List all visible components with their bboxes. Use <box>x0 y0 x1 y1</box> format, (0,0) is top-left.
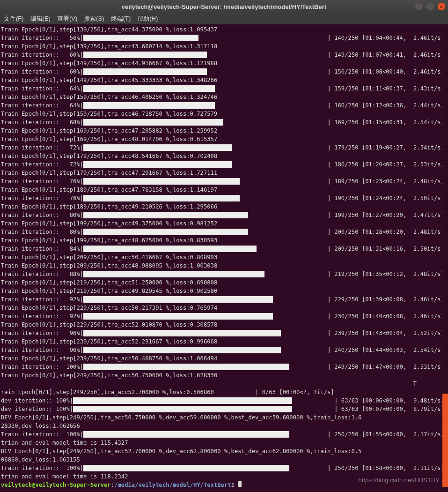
terminal-line: Train Epoch[0/1],step[209/250],tra_acc50… <box>1 253 448 261</box>
train-iteration-prefix: Train iteration:: 68%| <box>1 118 83 127</box>
train-iteration-prefix: Train iteration:: 100%| <box>1 363 83 371</box>
train-iteration-prefix: Train iteration:: 76%| <box>1 194 83 202</box>
terminal-line: trian and eval model time is 115.4327 <box>1 439 448 447</box>
terminal-line: Train Epoch[0/1],step[199/250],tra_acc48… <box>1 236 448 245</box>
log-text: Train Epoch[0/1],step[249/250],tra_acc50… <box>1 371 217 380</box>
progress-stats: | 149/250 [01:07<00:41, 2.46it/s] <box>328 51 448 59</box>
progress-stats: | 229/250 [01:39<00:08, 2.46it/s] <box>328 295 448 304</box>
terminal-line: Train iteration:: 100%|| 250/250 [01:58<… <box>1 464 448 472</box>
menu-edit[interactable]: 编辑(E) <box>30 15 51 23</box>
terminal-line: Train iteration:: 60%|| 149/250 [01:07<0… <box>1 51 448 59</box>
terminal-line: Train Epoch[0/1],step[219/250],tra_acc49… <box>1 287 448 295</box>
terminal-area[interactable]: Train Epoch[0/1],step[139/250],tra_acc44… <box>0 24 448 492</box>
log-text: Train Epoch[0/1],step[159/250],tra_acc46… <box>1 93 217 101</box>
progress-bar <box>83 35 198 41</box>
train-iteration-prefix: Train iteration:: 80%| <box>1 228 83 236</box>
train-iteration-prefix: Train iteration:: 60%| <box>1 51 83 59</box>
log-text: Train Epoch[0/1],step[149/250],tra_acc44… <box>1 59 217 67</box>
train-iteration-prefix: Train iteration:: 60%| <box>1 67 83 76</box>
terminal-line: 06860,dev_loss:1.063155 <box>1 455 448 464</box>
log-text: DEV Epoch[0/1],step[249/250],tra_acc50.7… <box>1 413 361 422</box>
menu-view[interactable]: 查看(V) <box>57 15 77 23</box>
progress-stats: | 140/250 [01:04<00:44, 2.46it/s] <box>328 34 448 42</box>
log-text: Train Epoch[0/1],step[219/250],tra_acc51… <box>1 278 217 287</box>
progress-bar <box>83 119 223 126</box>
progress-bar <box>83 431 289 438</box>
terminal-line: Train iteration:: 84%|| 209/250 [01:31<0… <box>1 245 448 253</box>
train-iteration-prefix: Train iteration:: 100%| <box>1 464 83 472</box>
log-text: Train Epoch[0/1],step[209/250],tra_acc48… <box>1 261 217 270</box>
terminal-line: Train iteration:: 92%|| 230/250 [01:40<0… <box>1 312 448 321</box>
train-iteration-prefix: Train iteration:: 64%| <box>1 101 83 110</box>
progress-bar <box>83 102 215 109</box>
menu-terminal[interactable]: 终端(T) <box>111 15 131 23</box>
menu-help[interactable]: 帮助(H) <box>137 15 158 23</box>
window-controls: − □ × <box>415 3 445 10</box>
progress-stats: | 63/63 [00:06<00:00, 9.48it/s] <box>334 396 448 405</box>
progress-stats: | 209/250 [01:31<00:16, 2.50it/s] <box>328 245 448 253</box>
terminal-line: Train iteration:: 80%|| 200/250 [01:28<0… <box>1 228 448 236</box>
log-text: trian and eval model time is 118.2342 <box>1 472 128 481</box>
window-title: veilytech@veilytech-Super-Server: /media… <box>122 3 326 10</box>
terminal-line: Train iteration:: 92%|| 229/250 [01:39<0… <box>1 295 448 304</box>
progress-stats: | 250/250 [01:55<00:00, 2.17it/s] <box>328 430 448 439</box>
log-text: Train Epoch[0/1],step[189/250],tra_acc47… <box>1 186 217 194</box>
terminal-line: Train iteration:: 64%|| 160/250 [01:12<0… <box>1 101 448 110</box>
train-iteration-prefix: Train iteration:: 76%| <box>1 177 83 186</box>
progress-bar <box>83 364 289 370</box>
minimize-button[interactable]: − <box>415 3 423 10</box>
scrollbar-thumb[interactable] <box>442 394 448 487</box>
terminal-line: dev iteration:: 100%|| 63/63 [00:06<00:0… <box>1 396 448 405</box>
terminal-line: Train Epoch[0/1],step[159/250],tra_acc46… <box>1 110 448 118</box>
progress-bar <box>83 68 207 75</box>
log-text: Train Epoch[0/1],step[199/250],tra_acc48… <box>1 236 217 245</box>
log-text: Train Epoch[0/1],step[199/250],tra_acc49… <box>1 219 217 228</box>
menu-search[interactable]: 搜索(S) <box>84 15 104 23</box>
train-iteration-prefix: Train iteration:: 72%| <box>1 143 83 152</box>
log-text: Train Epoch[0/1],step[209/250],tra_acc50… <box>1 253 217 261</box>
terminal-line: Train Epoch[0/1],step[139/250],tra_acc44… <box>1 25 448 34</box>
cursor <box>238 481 242 487</box>
terminal-line: Train Epoch[0/1],step[189/250],tra_acc49… <box>1 202 448 211</box>
log-text: Train Epoch[0/1],step[169/250],tra_acc47… <box>1 127 217 135</box>
progress-bar <box>83 178 240 185</box>
progress-stats: | 179/250 [01:19<00:27, 2.54it/s] <box>328 143 448 152</box>
terminal-line: Train Epoch[0/1],step[159/250],tra_acc46… <box>1 93 448 101</box>
prompt-colon: : <box>111 481 114 489</box>
menu-file[interactable]: 文件(F) <box>4 15 24 23</box>
progress-bar <box>83 313 273 320</box>
log-text: 28330,dev_loss:1.062656 <box>1 422 80 430</box>
log-text: Train Epoch[0/1],step[189/250],tra_acc49… <box>1 202 217 211</box>
terminal-line: DEV Epoch[0/1],step[249/250],tra_acc50.7… <box>1 413 448 422</box>
train-iteration-prefix: Train iteration:: 92%| <box>1 295 83 304</box>
terminal-line: Train iteration:: 72%|| 180/250 [01:20<0… <box>1 160 448 169</box>
log-text: rain Epoch[0/1],step[249/250],tra_acc52.… <box>1 388 334 396</box>
terminal-line: dev iteration:: 100%|| 63/63 [00:07<00:0… <box>1 405 448 413</box>
progress-stats: | 160/250 [01:12<00:36, 2.44it/s] <box>328 101 448 110</box>
progress-bar <box>83 195 240 201</box>
window-titlebar: veilytech@veilytech-Super-Server: /media… <box>0 0 448 13</box>
progress-stats: | 219/250 [01:35<00:12, 2.48it/s] <box>328 270 448 278</box>
maximize-button[interactable]: □ <box>426 3 434 10</box>
terminal-line: Train Epoch[0/1],step[229/250],tra_acc50… <box>1 304 448 312</box>
progress-bar <box>83 347 281 353</box>
log-text: DEV Epoch[0/1],step[249/250],tra_acc52.7… <box>1 447 361 455</box>
close-button[interactable]: × <box>438 3 445 10</box>
terminal-line: Train iteration:: 76%|| 190/250 [01:24<0… <box>1 194 448 202</box>
terminal-line: Train Epoch[0/1],step[249/250],tra_acc50… <box>1 371 448 380</box>
train-iteration-prefix: Train iteration:: 72%| <box>1 160 83 169</box>
prompt-dollar: $ <box>231 481 238 489</box>
dev-iteration-prefix: dev iteration:: 100%| <box>1 396 73 405</box>
terminal-line: DEV Epoch[0/1],step[249/250],tra_acc52.7… <box>1 447 448 455</box>
progress-bar <box>83 161 232 168</box>
progress-stats: | 239/250 [01:43<00:04, 2.52it/s] <box>328 329 448 337</box>
scrollbar-track[interactable] <box>442 24 448 492</box>
terminal-line: Train iteration:: 96%|| 240/250 [01:44<0… <box>1 346 448 354</box>
terminal-line: Train Epoch[0/1],step[179/250],tra_acc47… <box>1 169 448 177</box>
menubar: 文件(F) 编辑(E) 查看(V) 搜索(S) 终端(T) 帮助(H) <box>0 13 448 24</box>
terminal-line: rain Epoch[0/1],step[249/250],tra_acc52.… <box>1 388 448 396</box>
train-iteration-prefix: Train iteration:: 84%| <box>1 245 83 253</box>
terminal-line: Train iteration:: 68%|| 169/250 [01:15<0… <box>1 118 448 127</box>
log-text: Train Epoch[0/1],step[179/250],tra_acc48… <box>1 152 217 160</box>
terminal-line: Train Epoch[0/1],step[229/250],tra_acc52… <box>1 321 448 329</box>
